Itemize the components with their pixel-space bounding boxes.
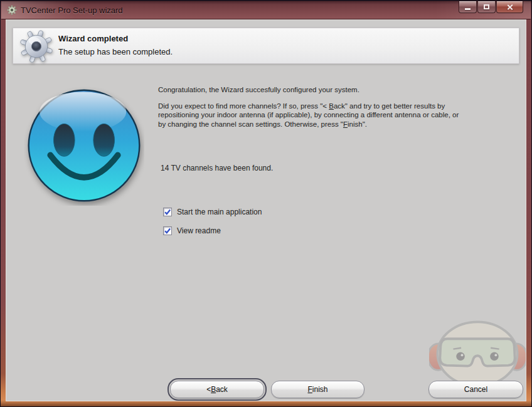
wizard-window: TVCenter Pro Set-up wizard xyxy=(0,0,532,407)
smiley-face-image xyxy=(24,85,144,206)
maximize-icon xyxy=(484,4,489,9)
maximize-button[interactable] xyxy=(477,1,496,13)
checkbox-start-main-application[interactable]: Start the main application xyxy=(163,206,262,217)
finish-button[interactable]: Finish xyxy=(271,381,364,398)
checkbox-label: Start the main application xyxy=(177,208,262,216)
window-title: TVCenter Pro Set-up wizard xyxy=(21,6,123,15)
close-icon xyxy=(506,4,513,11)
check-icon xyxy=(164,227,171,235)
check-icon xyxy=(164,208,171,216)
instructions-text: Did you expect to find more channels? If… xyxy=(158,102,460,130)
close-button[interactable] xyxy=(496,1,523,13)
titlebar[interactable]: TVCenter Pro Set-up wizard xyxy=(1,1,531,19)
wizard-content: Wizard completed The setup has been comp… xyxy=(6,19,526,401)
congrats-text: Congratulation, the Wizard succesfully c… xyxy=(158,85,460,95)
checkbox-box[interactable] xyxy=(163,208,172,216)
app-gear-icon xyxy=(7,5,17,15)
header-title: Wizard completed xyxy=(58,34,173,43)
back-button[interactable]: < Back xyxy=(170,381,264,398)
header-subtitle: The setup has been completed. xyxy=(58,47,173,56)
checkbox-view-readme[interactable]: View readme xyxy=(163,225,221,236)
minimize-button[interactable] xyxy=(459,1,477,13)
checkbox-label: View readme xyxy=(177,226,221,235)
mascot-watermark-image xyxy=(429,300,526,386)
wizard-header: Wizard completed The setup has been comp… xyxy=(13,28,519,64)
minimize-icon xyxy=(465,8,471,10)
window-controls xyxy=(459,1,523,13)
wizard-gear-icon xyxy=(19,29,53,63)
cancel-button[interactable]: Cancel xyxy=(428,381,523,398)
checkbox-box[interactable] xyxy=(163,226,172,235)
channels-found-text: 14 TV channels have been found. xyxy=(161,164,273,172)
